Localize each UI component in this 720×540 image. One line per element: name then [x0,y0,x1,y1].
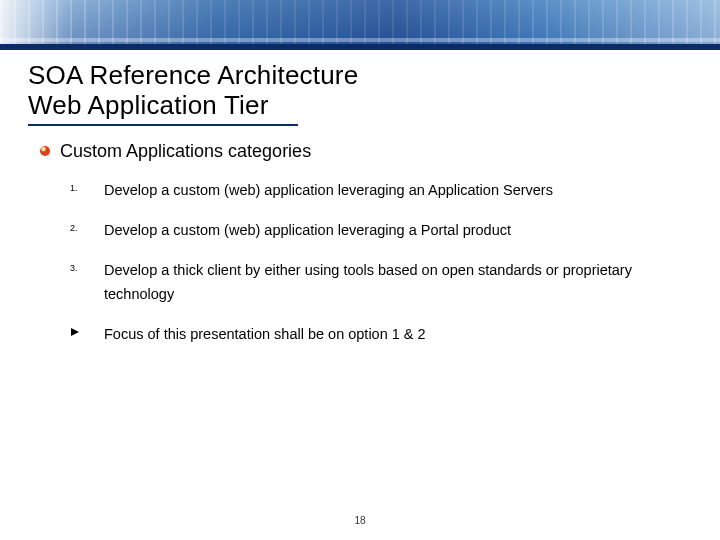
list-item-text: Develop a custom (web) application lever… [104,178,553,202]
list-marker-number: 1. [70,178,84,198]
list-marker-number: 3. [70,258,84,278]
list-item: 2. Develop a custom (web) application le… [70,210,690,250]
list-item-text: Develop a thick client by either using t… [104,258,690,306]
list-item: 1. Develop a custom (web) application le… [70,170,690,210]
title-line-2: Web Application Tier [28,90,720,120]
title-line-1: SOA Reference Architecture [28,60,720,90]
arrow-icon [70,322,84,337]
list-item: Focus of this presentation shall be on o… [70,314,690,354]
svg-marker-0 [71,328,79,336]
subheading-text: Custom Applications categories [60,140,311,162]
list-item-text: Develop a custom (web) application lever… [104,218,511,242]
list-item: 3. Develop a thick client by either usin… [70,250,690,314]
slide-content: Custom Applications categories 1. Develo… [0,126,720,354]
list-marker-number: 2. [70,218,84,238]
list-item-text: Focus of this presentation shall be on o… [104,322,426,346]
bullet-icon [40,146,50,156]
subheading-row: Custom Applications categories [40,140,690,162]
item-list: 1. Develop a custom (web) application le… [40,162,690,354]
header-banner [0,0,720,50]
slide-title: SOA Reference Architecture Web Applicati… [0,50,720,122]
page-number: 18 [0,515,720,526]
